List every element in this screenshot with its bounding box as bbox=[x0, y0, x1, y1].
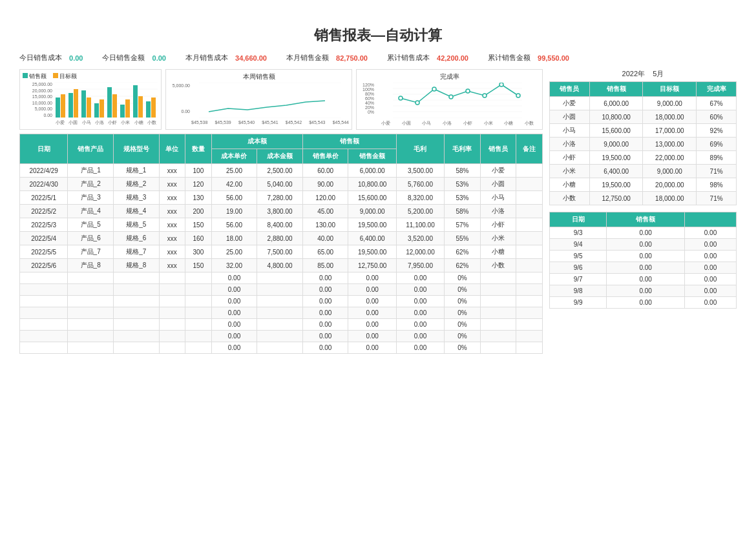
table-cell-empty bbox=[68, 319, 114, 331]
table-cell-empty: 0.00 bbox=[396, 296, 444, 307]
table-cell: 2022/5/4 bbox=[20, 232, 68, 245]
table-cell-empty bbox=[185, 342, 212, 354]
table-cell-empty: 0.00 bbox=[396, 307, 444, 319]
table-cell: 32.00 bbox=[211, 259, 257, 272]
table-cell: 90.00 bbox=[302, 178, 348, 191]
table-cell: 300 bbox=[185, 245, 212, 259]
table-cell: 0.00 bbox=[685, 239, 737, 251]
table-cell-empty bbox=[159, 342, 185, 354]
table-cell-empty bbox=[257, 319, 303, 331]
table-cell bbox=[516, 232, 543, 245]
summary-label-0: 今日销售成本 bbox=[19, 53, 62, 63]
table-cell: 0.00 bbox=[685, 274, 737, 285]
rt1-th-sales: 销售额 bbox=[589, 82, 643, 97]
table-cell: 12,750.00 bbox=[589, 192, 643, 205]
th-cost-amount: 成本金额 bbox=[257, 149, 303, 164]
table-cell: 小马 bbox=[550, 124, 590, 138]
right-tbody1: 小爱6,000.009,000.0067%小圆10,800.0018,000.0… bbox=[550, 97, 737, 205]
table-cell: 0.00 bbox=[607, 239, 685, 251]
list-item: 9/30.000.00 bbox=[550, 227, 737, 239]
table-cell: 6,400.00 bbox=[589, 165, 643, 178]
table-cell: 98% bbox=[697, 178, 737, 192]
list-item: 小马15,600.0017,000.0092% bbox=[550, 124, 737, 138]
table-cell: 0.00 bbox=[607, 227, 685, 239]
table-cell: 53% bbox=[445, 191, 481, 205]
list-item: 9/40.000.00 bbox=[550, 239, 737, 251]
svg-rect-6 bbox=[56, 98, 60, 118]
table-cell-empty bbox=[516, 296, 543, 307]
salesperson-table: 销售员 销售额 目标额 完成率 小爱6,000.009,000.0067%小圆1… bbox=[549, 81, 737, 205]
table-cell: 2022/4/29 bbox=[20, 164, 68, 178]
table-cell: 25.00 bbox=[211, 164, 257, 178]
table-cell: 58% bbox=[445, 164, 481, 178]
table-cell-empty bbox=[20, 319, 68, 331]
rt1-th-person: 销售员 bbox=[550, 82, 590, 97]
list-item: 9/60.000.00 bbox=[550, 262, 737, 274]
table-cell: 产品_1 bbox=[68, 164, 114, 178]
list-item: 小爱6,000.009,000.0067% bbox=[550, 97, 737, 110]
table-cell-empty: 0.00 bbox=[396, 319, 444, 331]
table-cell: 小爱 bbox=[550, 97, 590, 110]
table-cell-empty bbox=[480, 272, 516, 284]
table-cell: 6,000.00 bbox=[348, 164, 396, 178]
table-cell bbox=[516, 191, 543, 205]
right-tbody2: 9/30.000.009/40.000.009/50.000.009/60.00… bbox=[550, 227, 737, 309]
table-cell-empty: 0.00 bbox=[348, 307, 396, 319]
table-cell: 小圆 bbox=[480, 178, 516, 191]
table-cell: 2,500.00 bbox=[257, 164, 303, 178]
table-cell: 8,320.00 bbox=[396, 191, 444, 205]
table-cell: 8,400.00 bbox=[257, 218, 303, 232]
table-row: 2022/5/3产品_5规格_5xxx15056.008,400.00130.0… bbox=[20, 218, 543, 232]
table-cell: 67% bbox=[697, 97, 737, 110]
list-item: 小糖19,500.0020,000.0098% bbox=[550, 178, 737, 192]
table-cell-empty bbox=[20, 296, 68, 307]
table-cell: 13,000.00 bbox=[643, 138, 697, 151]
table-cell: 9/9 bbox=[550, 297, 607, 309]
th-sales-unit: 销售单价 bbox=[302, 149, 348, 164]
table-cell: 19,500.00 bbox=[348, 218, 396, 232]
th-remark: 备注 bbox=[516, 134, 543, 164]
table-cell: 9,000.00 bbox=[643, 165, 697, 178]
table-cell: 小马 bbox=[480, 191, 516, 205]
right-panel: 2022年 5月 销售员 销售额 目标额 完成率 小爱6,000.009,000… bbox=[549, 69, 737, 354]
table-cell-empty: 0.00 bbox=[348, 319, 396, 331]
table-cell: 45.00 bbox=[302, 205, 348, 218]
table-cell: 9,000.00 bbox=[348, 205, 396, 218]
table-cell-empty bbox=[257, 272, 303, 284]
table-cell: 9/7 bbox=[550, 274, 607, 285]
list-item: 9/90.000.00 bbox=[550, 297, 737, 309]
table-cell: 130 bbox=[185, 191, 212, 205]
table-cell-empty bbox=[159, 331, 185, 342]
table-cell: 小糖 bbox=[480, 245, 516, 259]
table-cell: 小虾 bbox=[550, 151, 590, 165]
svg-rect-19 bbox=[138, 96, 143, 118]
table-cell: 小数 bbox=[550, 192, 590, 205]
table-cell bbox=[516, 205, 543, 218]
table-cell-empty: 0.00 bbox=[348, 342, 396, 354]
table-cell: 9/8 bbox=[550, 285, 607, 297]
list-item: 小米6,400.009,000.0071% bbox=[550, 165, 737, 178]
table-cell-empty: 0.00 bbox=[211, 296, 257, 307]
table-cell: 产品_5 bbox=[68, 218, 114, 232]
svg-rect-10 bbox=[81, 90, 86, 118]
table-cell: 规格_1 bbox=[113, 164, 159, 178]
list-item: 9/50.000.00 bbox=[550, 251, 737, 262]
table-cell-empty bbox=[480, 342, 516, 354]
table-cell-empty: 0.00 bbox=[348, 296, 396, 307]
table-cell-empty: 0.00 bbox=[302, 319, 348, 331]
table-cell: 5,200.00 bbox=[396, 205, 444, 218]
table-cell: 25.00 bbox=[211, 245, 257, 259]
table-cell-empty: 0% bbox=[445, 319, 481, 331]
table-cell-empty bbox=[113, 307, 159, 319]
table-cell: 小洛 bbox=[480, 205, 516, 218]
list-item: 9/80.000.00 bbox=[550, 285, 737, 297]
svg-point-38 bbox=[516, 94, 520, 98]
list-item: 小虾19,500.0022,000.0089% bbox=[550, 151, 737, 165]
rt2-th-col3 bbox=[685, 212, 737, 227]
table-cell: xxx bbox=[159, 232, 185, 245]
table-cell: 规格_8 bbox=[113, 259, 159, 272]
table-cell: 产品_2 bbox=[68, 178, 114, 191]
summary-value-0: 0.00 bbox=[69, 54, 83, 62]
table-cell-empty bbox=[113, 272, 159, 284]
table-cell-empty bbox=[516, 272, 543, 284]
